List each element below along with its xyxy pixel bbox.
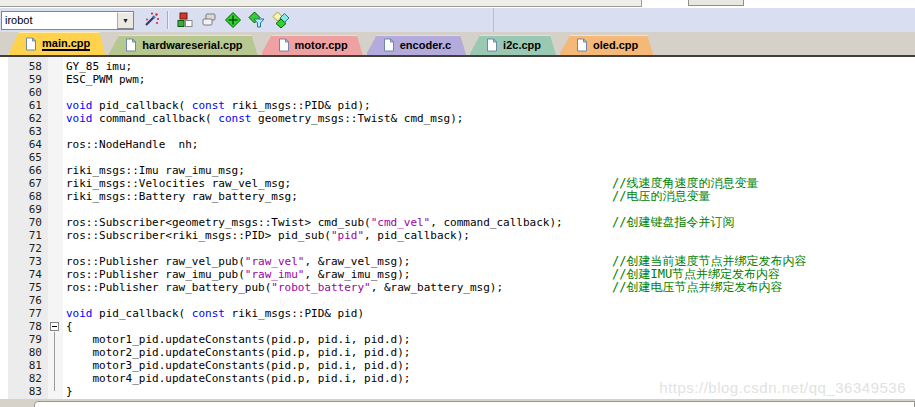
code-text: riki_msgs::Velocities raw_vel_msg; — [66, 177, 291, 190]
toolbar: irobot ▼ — [0, 8, 915, 32]
target-select[interactable]: irobot ▼ — [1, 11, 134, 30]
line-number: 71 — [8, 229, 42, 242]
line-number: 75 — [8, 281, 42, 294]
manage-project-items-icon[interactable] — [174, 10, 196, 30]
code-line-75[interactable]: 75ros::Publisher raw_battery_pub("robot_… — [0, 281, 915, 294]
code-line-64[interactable]: 64ros::NodeHandle nh; — [0, 138, 915, 151]
code-line-61[interactable]: 61void pid_callback( const riki_msgs::PI… — [0, 99, 915, 112]
code-text: ros::NodeHandle nh; — [66, 138, 198, 151]
line-number: 61 — [8, 99, 42, 112]
code-line-63[interactable]: 63 — [0, 125, 915, 138]
tab-label: oled.cpp — [593, 39, 638, 51]
diamond-group-icon[interactable] — [270, 10, 292, 30]
line-number: 68 — [8, 190, 42, 203]
code-line-81[interactable]: 81 motor3_pid.updateConstants(pid.p, pid… — [0, 359, 915, 372]
line-number: 81 — [8, 359, 42, 372]
filter-funnel-icon[interactable] — [246, 10, 268, 30]
code-line-65[interactable]: 65 — [0, 151, 915, 164]
code-line-67[interactable]: 67riki_msgs::Velocities raw_vel_msg;//线速… — [0, 177, 915, 190]
code-line-58[interactable]: 58GY_85 imu; — [0, 60, 915, 73]
code-line-79[interactable]: 79 motor1_pid.updateConstants(pid.p, pid… — [0, 333, 915, 346]
line-number: 66 — [8, 164, 42, 177]
line-number: 74 — [8, 268, 42, 281]
code-text: ros::Subscriber<geometry_msgs::Twist> cm… — [66, 216, 563, 229]
code-line-66[interactable]: 66riki_msgs::Imu raw_imu_msg; — [0, 164, 915, 177]
line-number: 78 — [8, 320, 42, 333]
code-text: { — [66, 320, 73, 333]
tab-i2c-cpp[interactable]: i2c.cpp — [469, 35, 556, 55]
line-number: 59 — [8, 73, 42, 86]
code-line-76[interactable]: 76 — [0, 294, 915, 307]
diamonds-icon — [272, 11, 290, 29]
line-number: 60 — [8, 86, 42, 99]
code-text: ros::Subscriber<riki_msgs::PID> pid_sub(… — [66, 229, 470, 242]
code-line-80[interactable]: 80 motor2_pid.updateConstants(pid.p, pid… — [0, 346, 915, 359]
tab-encoder-c[interactable]: encoder.c — [366, 35, 466, 55]
tab-label: encoder.c — [400, 39, 451, 51]
fold-toggle-icon[interactable] — [50, 322, 59, 331]
document-icon — [125, 38, 137, 52]
tab-hardwareserial-cpp[interactable]: hardwareserial.cpp — [108, 35, 257, 55]
document-icon — [278, 38, 290, 52]
wand-icon — [142, 11, 160, 29]
line-number: 65 — [8, 151, 42, 164]
line-number: 73 — [8, 255, 42, 268]
options-wand-icon[interactable] — [140, 10, 162, 30]
code-text: void command_callback( const geometry_ms… — [66, 112, 463, 125]
tab-main-cpp[interactable]: main.cpp — [8, 32, 105, 55]
code-line-62[interactable]: 62void command_callback( const geometry_… — [0, 112, 915, 125]
code-text: } — [66, 385, 73, 398]
cascade-icon — [200, 11, 218, 29]
code-text: motor4_pid.updateConstants(pid.p, pid.i,… — [66, 372, 410, 385]
code-line-69[interactable]: 69 — [0, 203, 915, 216]
toolbar-separator — [167, 11, 169, 29]
clipped-toolbar-control — [688, 0, 744, 6]
code-text: void pid_callback( const riki_msgs::PID&… — [66, 307, 364, 320]
document-icon — [383, 38, 395, 52]
code-line-70[interactable]: 70ros::Subscriber<geometry_msgs::Twist> … — [0, 216, 915, 229]
code-comment: //电压的消息变量 — [612, 190, 710, 203]
document-icon — [25, 37, 37, 51]
code-line-68[interactable]: 68riki_msgs::Battery raw_battery_msg;//电… — [0, 190, 915, 203]
code-text: ESC_PWM pwm; — [66, 73, 145, 86]
line-number: 67 — [8, 177, 42, 190]
target-select-value: irobot — [2, 12, 117, 29]
code-text: GY_85 imu; — [66, 60, 132, 73]
code-line-71[interactable]: 71ros::Subscriber<riki_msgs::PID> pid_su… — [0, 229, 915, 242]
tab-label: motor.cpp — [295, 39, 348, 51]
diamond-icon — [224, 11, 242, 29]
watermark-text: https://blog.csdn.net/qq_36349536 — [659, 381, 906, 394]
line-number: 76 — [8, 294, 42, 307]
line-number: 64 — [8, 138, 42, 151]
code-text: ros::Publisher raw_vel_pub("raw_vel", &r… — [66, 255, 410, 268]
code-text: motor1_pid.updateConstants(pid.p, pid.i,… — [66, 333, 410, 346]
output-panel-edge — [0, 399, 915, 407]
tab-bar: main.cpphardwareserial.cppmotor.cppencod… — [0, 32, 915, 57]
code-text: void pid_callback( const riki_msgs::PID&… — [66, 99, 371, 112]
line-number: 69 — [8, 203, 42, 216]
line-number: 79 — [8, 333, 42, 346]
line-number: 72 — [8, 242, 42, 255]
document-icon — [576, 38, 588, 52]
line-number: 62 — [8, 112, 42, 125]
code-line-59[interactable]: 59ESC_PWM pwm; — [0, 73, 915, 86]
tab-oled-cpp[interactable]: oled.cpp — [559, 35, 653, 55]
code-text: motor2_pid.updateConstants(pid.p, pid.i,… — [66, 346, 410, 359]
code-text: ros::Publisher raw_imu_pub("raw_imu", &r… — [66, 268, 410, 281]
green-diamond-icon[interactable] — [222, 10, 244, 30]
line-number: 77 — [8, 307, 42, 320]
code-line-77[interactable]: 77void pid_callback( const riki_msgs::PI… — [0, 307, 915, 320]
output-panel-top — [34, 401, 915, 407]
stacked-windows-icon[interactable] — [198, 10, 220, 30]
code-line-60[interactable]: 60 — [0, 86, 915, 99]
code-text: riki_msgs::Battery raw_battery_msg; — [66, 190, 298, 203]
tab-label: main.cpp — [42, 37, 90, 51]
line-number: 80 — [8, 346, 42, 359]
line-number: 70 — [8, 216, 42, 229]
code-line-78[interactable]: 78{ — [0, 320, 915, 333]
tab-motor-cpp[interactable]: motor.cpp — [261, 35, 363, 55]
tab-label: i2c.cpp — [503, 39, 541, 51]
line-number: 63 — [8, 125, 42, 138]
target-select-dropdown-icon[interactable]: ▼ — [117, 12, 133, 29]
clipped-toolbar-row — [0, 0, 642, 7]
